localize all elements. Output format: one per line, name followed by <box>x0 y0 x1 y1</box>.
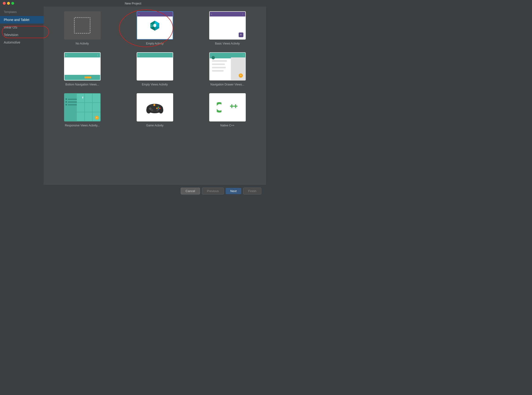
previous-button[interactable]: Previous <box>202 188 224 194</box>
next-button[interactable]: Next <box>226 188 241 194</box>
responsive-table-thumb: ↗ + <box>64 93 101 121</box>
drawer-item-1 <box>212 60 227 62</box>
nav-drawer-label: Navigation Drawer Views... <box>210 83 244 86</box>
title-bar: New Project <box>0 0 266 7</box>
table-list-item-1 <box>66 99 78 100</box>
template-bottom-navigation[interactable]: ← ⋮ Bottom Navigation Views... <box>51 52 114 86</box>
sidebar: Templates Phone and Tablet Wear OS Telev… <box>0 7 44 198</box>
table-cell-4 <box>77 103 84 112</box>
android-cube-icon <box>149 20 161 32</box>
table-cell-2 <box>85 94 92 102</box>
templates-grid: No Activity ← <box>44 7 266 184</box>
table-list-dot-2 <box>66 101 67 103</box>
basic-views-label: Basic Views Activity <box>215 42 240 45</box>
basic-views-fab: + <box>239 33 243 37</box>
cancel-button[interactable]: Cancel <box>181 188 200 194</box>
table-cell-8 <box>85 112 92 121</box>
table-list-item-2 <box>66 101 78 103</box>
nav-drawer-thumb: ⋮ + <box>209 52 246 81</box>
sidebar-item-phone-tablet[interactable]: Phone and Tablet <box>0 16 44 23</box>
svg-rect-13 <box>149 108 151 109</box>
svg-point-18 <box>151 109 153 111</box>
empty-activity-thumb: ← <box>137 11 173 39</box>
drawer-header <box>210 53 231 58</box>
maximize-button[interactable] <box>11 2 14 5</box>
game-thumb <box>137 93 173 121</box>
empty-views-label: Empty Views Activity <box>142 83 168 86</box>
drawer-menu-icon: ⋮ <box>242 54 244 56</box>
window-title: New Project <box>125 2 141 5</box>
bottom-nav-header: ← ⋮ <box>65 53 100 57</box>
svg-point-14 <box>158 107 159 108</box>
template-responsive-table[interactable]: ↗ + Responsive Views Activity... <box>51 93 114 127</box>
sidebar-title: Templates <box>0 9 44 16</box>
template-empty-activity[interactable]: ← <box>123 11 186 45</box>
table-cell-6 <box>93 103 100 112</box>
minimize-button[interactable] <box>7 2 10 5</box>
drawer-fab: + <box>239 73 243 78</box>
sidebar-item-television[interactable]: Television <box>0 31 44 38</box>
table-fab: + <box>95 116 99 120</box>
svg-rect-20 <box>150 105 154 106</box>
bottom-nav-menu-icon: ⋮ <box>97 54 99 56</box>
template-nav-drawer[interactable]: ⋮ + Navigation Drawer Views... <box>196 52 259 86</box>
empty-views-header: ← <box>137 53 173 57</box>
table-list-line-2 <box>68 102 78 102</box>
back-arrow-icon: ← <box>139 13 140 16</box>
bottom-nav-back-icon: ← <box>66 54 67 56</box>
drawer-item-4 <box>212 70 224 71</box>
sidebar-item-wear-os[interactable]: Wear OS <box>0 23 44 31</box>
responsive-table-label: Responsive Views Activity... <box>65 124 100 127</box>
empty-views-thumb: ← <box>137 52 173 81</box>
drawer-circle <box>212 56 215 59</box>
close-button[interactable] <box>3 2 6 5</box>
svg-rect-24 <box>231 104 232 108</box>
phone-header-purple: ← <box>137 12 173 16</box>
footer-bar: Cancel Previous Next Finish <box>44 184 266 198</box>
basic-views-menu-icon: ⋮ <box>242 13 244 15</box>
basic-views-header: ← ⋮ <box>210 12 245 16</box>
table-list-dot-1 <box>66 99 67 100</box>
finish-button[interactable]: Finish <box>243 188 261 194</box>
svg-point-15 <box>159 108 160 109</box>
table-cell-7 <box>77 112 84 121</box>
android-logo <box>137 16 173 33</box>
basic-views-thumb: ← ⋮ + <box>209 11 246 39</box>
svg-point-22 <box>153 104 155 106</box>
cpp-thumb <box>209 93 246 121</box>
svg-point-17 <box>156 108 158 109</box>
table-list-item-3 <box>66 104 78 105</box>
template-cpp-activity[interactable]: Native C++ <box>196 93 259 127</box>
template-no-activity[interactable]: No Activity <box>51 11 114 45</box>
empty-views-back-icon: ← <box>139 54 140 56</box>
cpp-activity-label: Native C++ <box>220 124 235 127</box>
svg-rect-26 <box>235 104 236 108</box>
table-list-dot-3 <box>66 104 67 105</box>
table-list <box>66 99 78 107</box>
traffic-lights <box>3 2 14 5</box>
dashed-box <box>74 17 90 34</box>
content-area: No Activity ← <box>44 7 266 198</box>
drawer-main-header: ⋮ <box>231 53 245 57</box>
no-activity-label: No Activity <box>76 42 89 45</box>
no-activity-thumb <box>64 11 101 39</box>
table-cell-5 <box>85 103 92 112</box>
bottom-nav-label: Bottom Navigation Views... <box>65 83 99 86</box>
drawer-item-2 <box>212 64 225 65</box>
cpp-icon <box>217 99 238 115</box>
sidebar-item-automotive[interactable]: Automotive <box>0 38 44 46</box>
table-cell-3 <box>93 94 100 102</box>
drawer-panel <box>210 53 231 80</box>
template-basic-views[interactable]: ← ⋮ + Basic Views Activity <box>196 11 259 45</box>
drawer-item-3 <box>212 67 226 68</box>
main-container: Templates Phone and Tablet Wear OS Telev… <box>0 7 266 198</box>
bottom-bar <box>65 75 100 80</box>
empty-activity-label: Empty Activity <box>146 42 164 45</box>
template-game-activity[interactable]: Game Activity <box>123 93 186 127</box>
basic-views-back-icon: ← <box>211 13 213 16</box>
table-list-line-1 <box>68 99 78 99</box>
game-activity-label: Game Activity <box>146 124 163 127</box>
bottom-bar-indicator <box>84 77 91 78</box>
table-list-line-3 <box>68 104 78 105</box>
template-empty-views[interactable]: ← Empty Views Activity <box>123 52 186 86</box>
